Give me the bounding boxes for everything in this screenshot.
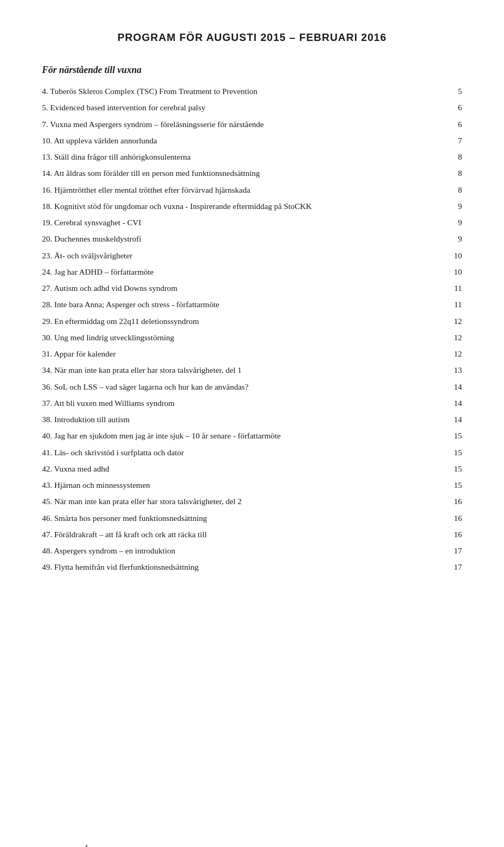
toc-item-page: 12 (452, 331, 462, 343)
toc-item-page: 17 (452, 561, 462, 573)
table-of-contents: 4. Tuberös Skleros Complex (TSC) From Tr… (42, 85, 462, 573)
toc-item-text: 36. SoL och LSS – vad säger lagarna och … (42, 381, 452, 393)
toc-item: 46. Smärta hos personer med funktionsned… (42, 512, 462, 524)
toc-item-page: 15 (452, 479, 462, 491)
toc-item-text: 16. Hjärntrötthet eller mental trötthet … (42, 184, 452, 196)
toc-item-page: 9 (452, 233, 462, 245)
toc-item-text: 5. Evidenced based intervention for cere… (42, 101, 452, 113)
toc-item: 23. Ät- och sväljsvårigheter10 (42, 249, 462, 262)
toc-item-page: 8 (452, 151, 462, 163)
toc-item: 24. Jag har ADHD – författarmöte10 (42, 266, 462, 278)
toc-item-text: 13. Ställ dina frågor till anhörigkonsul… (42, 151, 452, 163)
toc-item-page: 9 (452, 216, 462, 228)
toc-item-text: 40. Jag har en sjukdom men jag är inte s… (42, 430, 452, 442)
toc-item-text: 30. Ung med lindrig utvecklingsstörning (42, 331, 452, 343)
toc-item-page: 15 (452, 463, 462, 475)
toc-item: 47. Föräldrakraft – att få kraft och ork… (42, 528, 462, 540)
toc-item: 40. Jag har en sjukdom men jag är inte s… (42, 430, 462, 442)
toc-item-page: 9 (452, 200, 462, 212)
toc-item: 4. Tuberös Skleros Complex (TSC) From Tr… (42, 85, 462, 97)
toc-item-text: 43. Hjärnan och minnessystemen (42, 479, 452, 491)
toc-item-page: 10 (452, 249, 462, 262)
toc-item-text: 24. Jag har ADHD – författarmöte (42, 266, 452, 278)
toc-item-page: 16 (452, 512, 462, 524)
toc-item-page: 10 (452, 266, 462, 278)
toc-item-page: 17 (452, 545, 462, 557)
toc-item: 38. Introduktion till autism14 (42, 413, 462, 425)
toc-item-text: 29. En eftermiddag om 22q11 deletionssyn… (42, 315, 452, 327)
toc-item: 34. När man inte kan prata eller har sto… (42, 364, 462, 376)
bottom-page-number: 4 (84, 843, 88, 847)
section-heading: För närstående till vuxna (42, 65, 462, 76)
toc-item-page: 14 (452, 397, 462, 409)
toc-item: 20. Duchennes muskeldystrofi9 (42, 233, 462, 245)
toc-item-text: 19. Cerebral synsvaghet - CVI (42, 216, 452, 228)
toc-item-text: 27. Autism och adhd vid Downs syndrom (42, 282, 452, 294)
toc-item-text: 10. Att uppleva världen annorlunda (42, 134, 452, 147)
toc-item-text: 46. Smärta hos personer med funktionsned… (42, 512, 452, 524)
toc-item-page: 5 (452, 85, 462, 97)
page-wrapper: PROGRAM FÖR AUGUSTI 2015 – FEBRUARI 2016… (42, 32, 462, 847)
toc-item: 18. Kognitivt stöd för ungdomar och vuxn… (42, 200, 462, 212)
toc-item-page: 15 (452, 430, 462, 442)
toc-item-page: 11 (452, 282, 462, 294)
toc-item: 42. Vuxna med adhd15 (42, 463, 462, 475)
toc-item: 5. Evidenced based intervention for cere… (42, 101, 462, 113)
toc-item-text: 49. Flytta hemifrån vid flerfunktionsned… (42, 561, 452, 573)
toc-item: 27. Autism och adhd vid Downs syndrom11 (42, 282, 462, 294)
toc-item-page: 6 (452, 101, 462, 113)
toc-item-page: 13 (452, 364, 462, 376)
toc-item: 36. SoL och LSS – vad säger lagarna och … (42, 381, 462, 393)
toc-item: 16. Hjärntrötthet eller mental trötthet … (42, 184, 462, 196)
toc-item-page: 8 (452, 167, 462, 179)
toc-item: 14. Att åldras som förälder till en pers… (42, 167, 462, 179)
toc-item-text: 48. Aspergers syndrom – en introduktion (42, 545, 452, 557)
toc-item: 31. Appar för kalender12 (42, 348, 462, 360)
toc-item-text: 37. Att bli vuxen med Williams syndrom (42, 397, 452, 409)
toc-item-text: 38. Introduktion till autism (42, 413, 452, 425)
toc-item-text: 23. Ät- och sväljsvårigheter (42, 249, 452, 262)
toc-item-page: 14 (452, 381, 462, 393)
toc-item: 41. Läs- och skrivstöd i surfplatta och … (42, 446, 462, 458)
toc-item: 43. Hjärnan och minnessystemen15 (42, 479, 462, 491)
toc-item: 13. Ställ dina frågor till anhörigkonsul… (42, 151, 462, 163)
toc-item-text: 14. Att åldras som förälder till en pers… (42, 167, 452, 179)
toc-item-page: 8 (452, 184, 462, 196)
toc-item-page: 14 (452, 413, 462, 425)
toc-item-page: 16 (452, 528, 462, 540)
toc-item-text: 18. Kognitivt stöd för ungdomar och vuxn… (42, 200, 452, 212)
toc-item: 37. Att bli vuxen med Williams syndrom14 (42, 397, 462, 409)
toc-item: 45. När man inte kan prata eller har sto… (42, 495, 462, 507)
toc-item-text: 4. Tuberös Skleros Complex (TSC) From Tr… (42, 85, 452, 97)
toc-item-text: 41. Läs- och skrivstöd i surfplatta och … (42, 446, 452, 458)
toc-item: 48. Aspergers syndrom – en introduktion1… (42, 545, 462, 557)
toc-item-text: 45. När man inte kan prata eller har sto… (42, 495, 452, 507)
toc-item: 29. En eftermiddag om 22q11 deletionssyn… (42, 315, 462, 327)
toc-item-page: 7 (452, 134, 462, 147)
toc-item: 28. Inte bara Anna; Asperger och stress … (42, 298, 462, 310)
page-header: PROGRAM FÖR AUGUSTI 2015 – FEBRUARI 2016 (42, 32, 462, 44)
toc-item-page: 15 (452, 446, 462, 458)
toc-item-page: 12 (452, 348, 462, 360)
toc-item-page: 6 (452, 118, 462, 130)
toc-item-page: 16 (452, 495, 462, 507)
toc-item: 19. Cerebral synsvaghet - CVI9 (42, 216, 462, 228)
toc-item-text: 47. Föräldrakraft – att få kraft och ork… (42, 528, 452, 540)
toc-item: 30. Ung med lindrig utvecklingsstörning1… (42, 331, 462, 343)
toc-item-text: 28. Inte bara Anna; Asperger och stress … (42, 298, 452, 310)
toc-item: 7. Vuxna med Aspergers syndrom – föreläs… (42, 118, 462, 130)
toc-item-text: 31. Appar för kalender (42, 348, 452, 360)
toc-item-page: 11 (452, 298, 462, 310)
header-title: PROGRAM FÖR AUGUSTI 2015 – FEBRUARI 2016 (118, 32, 387, 43)
toc-item: 10. Att uppleva världen annorlunda7 (42, 134, 462, 147)
toc-item-text: 42. Vuxna med adhd (42, 463, 452, 475)
toc-item-page: 12 (452, 315, 462, 327)
toc-item-text: 7. Vuxna med Aspergers syndrom – föreläs… (42, 118, 452, 130)
toc-item: 49. Flytta hemifrån vid flerfunktionsned… (42, 561, 462, 573)
toc-item-text: 34. När man inte kan prata eller har sto… (42, 364, 452, 376)
toc-item-text: 20. Duchennes muskeldystrofi (42, 233, 452, 245)
